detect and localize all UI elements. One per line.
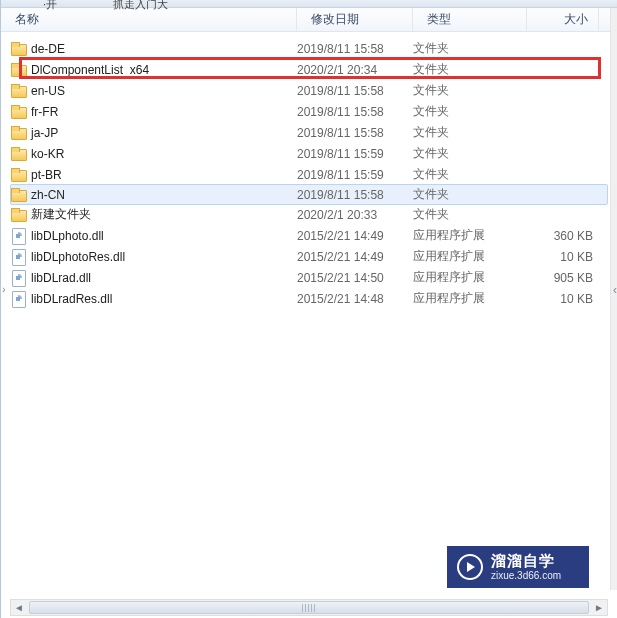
file-row[interactable]: libDLradRes.dll2015/2/21 14:48应用程序扩展10 K… bbox=[1, 288, 617, 309]
scrollbar-thumb[interactable] bbox=[29, 601, 589, 614]
file-name-label: pt-BR bbox=[31, 168, 62, 182]
file-name-label: ja-JP bbox=[31, 126, 58, 140]
watermark-subtitle: zixue.3d66.com bbox=[491, 570, 561, 582]
column-headers: 名称 修改日期 类型 大小 bbox=[1, 8, 617, 32]
cell-date: 2020/2/1 20:34 bbox=[297, 63, 413, 77]
cell-date: 2019/8/11 15:58 bbox=[297, 42, 413, 56]
cell-name: ko-KR bbox=[11, 147, 297, 161]
file-row[interactable]: libDLrad.dll2015/2/21 14:50应用程序扩展905 KB bbox=[1, 267, 617, 288]
folder-icon bbox=[11, 126, 27, 140]
file-name-label: DlComponentList_x64 bbox=[31, 63, 149, 77]
cell-size: 360 KB bbox=[527, 229, 593, 243]
right-edge bbox=[610, 8, 617, 590]
watermark-title: 溜溜自学 bbox=[491, 552, 561, 570]
file-row[interactable]: DlComponentList_x642020/2/1 20:34文件夹 bbox=[1, 59, 617, 80]
cell-date: 2015/2/21 14:49 bbox=[297, 250, 413, 264]
cell-type: 文件夹 bbox=[413, 103, 527, 120]
scroll-right-arrow-icon[interactable]: ► bbox=[591, 600, 607, 615]
cell-date: 2019/8/11 15:58 bbox=[297, 105, 413, 119]
file-name-label: en-US bbox=[31, 84, 65, 98]
file-row[interactable]: de-DE2019/8/11 15:58文件夹 bbox=[1, 38, 617, 59]
cell-type: 文件夹 bbox=[413, 145, 527, 162]
cell-name: libDLphoto.dll bbox=[11, 228, 297, 244]
play-circle-icon bbox=[457, 554, 483, 580]
file-row[interactable]: pt-BR2019/8/11 15:59文件夹 bbox=[1, 164, 617, 185]
watermark-badge: 溜溜自学 zixue.3d66.com bbox=[447, 546, 589, 588]
file-name-label: libDLphotoRes.dll bbox=[31, 250, 125, 264]
cell-date: 2015/2/21 14:50 bbox=[297, 271, 413, 285]
cell-name: DlComponentList_x64 bbox=[11, 63, 297, 77]
dll-file-icon bbox=[11, 228, 27, 244]
file-name-label: de-DE bbox=[31, 42, 65, 56]
cell-name: fr-FR bbox=[11, 105, 297, 119]
dll-file-icon bbox=[11, 249, 27, 265]
cell-date: 2019/8/11 15:58 bbox=[297, 84, 413, 98]
cell-name: libDLradRes.dll bbox=[11, 291, 297, 307]
cell-type: 文件夹 bbox=[413, 61, 527, 78]
cell-date: 2019/8/11 15:58 bbox=[297, 126, 413, 140]
preview-pane-toggle[interactable]: ‹ bbox=[613, 283, 617, 297]
column-header-size[interactable]: 大小 bbox=[527, 8, 599, 31]
cell-name: de-DE bbox=[11, 42, 297, 56]
cell-type: 应用程序扩展 bbox=[413, 290, 527, 307]
cell-name: zh-CN bbox=[11, 188, 297, 202]
horizontal-scrollbar[interactable]: ◄ ► bbox=[10, 599, 608, 616]
file-name-label: fr-FR bbox=[31, 105, 58, 119]
cell-type: 文件夹 bbox=[413, 206, 527, 223]
file-name-label: libDLphoto.dll bbox=[31, 229, 104, 243]
file-row[interactable]: fr-FR2019/8/11 15:58文件夹 bbox=[1, 101, 617, 122]
folder-icon bbox=[11, 105, 27, 119]
folder-icon bbox=[11, 208, 27, 222]
cell-type: 应用程序扩展 bbox=[413, 269, 527, 286]
cell-type: 文件夹 bbox=[413, 82, 527, 99]
file-row[interactable]: ko-KR2019/8/11 15:59文件夹 bbox=[1, 143, 617, 164]
cell-date: 2015/2/21 14:49 bbox=[297, 229, 413, 243]
cell-type: 文件夹 bbox=[413, 166, 527, 183]
toolbar-text-left: ·开 bbox=[43, 0, 57, 12]
explorer-window: ·开 抓走入门大 名称 修改日期 类型 大小 de-DE2019/8/11 15… bbox=[0, 0, 617, 618]
cell-type: 文件夹 bbox=[413, 124, 527, 141]
cell-type: 文件夹 bbox=[413, 186, 527, 203]
column-header-date[interactable]: 修改日期 bbox=[297, 8, 413, 31]
file-name-label: libDLrad.dll bbox=[31, 271, 91, 285]
file-row[interactable]: zh-CN2019/8/11 15:58文件夹 bbox=[10, 184, 608, 205]
cell-type: 文件夹 bbox=[413, 40, 527, 57]
folder-icon bbox=[11, 168, 27, 182]
cell-size: 10 KB bbox=[527, 250, 593, 264]
cell-size: 10 KB bbox=[527, 292, 593, 306]
file-row[interactable]: libDLphoto.dll2015/2/21 14:49应用程序扩展360 K… bbox=[1, 225, 617, 246]
file-name-label: zh-CN bbox=[31, 188, 65, 202]
cell-date: 2015/2/21 14:48 bbox=[297, 292, 413, 306]
cell-name: 新建文件夹 bbox=[11, 206, 297, 223]
toolbar-fragment: ·开 抓走入门大 bbox=[1, 0, 617, 8]
cell-date: 2019/8/11 15:59 bbox=[297, 147, 413, 161]
dll-file-icon bbox=[11, 270, 27, 286]
cell-name: en-US bbox=[11, 84, 297, 98]
file-name-label: ko-KR bbox=[31, 147, 64, 161]
cell-date: 2019/8/11 15:59 bbox=[297, 168, 413, 182]
folder-icon bbox=[11, 42, 27, 56]
dll-file-icon bbox=[11, 291, 27, 307]
cell-date: 2019/8/11 15:58 bbox=[297, 188, 413, 202]
scroll-left-arrow-icon[interactable]: ◄ bbox=[11, 600, 27, 615]
cell-name: libDLrad.dll bbox=[11, 270, 297, 286]
cell-name: ja-JP bbox=[11, 126, 297, 140]
file-row[interactable]: 新建文件夹2020/2/1 20:33文件夹 bbox=[1, 204, 617, 225]
cell-type: 应用程序扩展 bbox=[413, 227, 527, 244]
left-pane-toggle[interactable]: › bbox=[2, 283, 8, 293]
toolbar-text-right: 抓走入门大 bbox=[113, 0, 168, 12]
cell-name: libDLphotoRes.dll bbox=[11, 249, 297, 265]
folder-icon bbox=[11, 188, 27, 202]
cell-date: 2020/2/1 20:33 bbox=[297, 208, 413, 222]
file-row[interactable]: ja-JP2019/8/11 15:58文件夹 bbox=[1, 122, 617, 143]
column-header-type[interactable]: 类型 bbox=[413, 8, 527, 31]
folder-icon bbox=[11, 84, 27, 98]
watermark-text: 溜溜自学 zixue.3d66.com bbox=[491, 552, 561, 582]
folder-icon bbox=[11, 147, 27, 161]
file-row[interactable]: libDLphotoRes.dll2015/2/21 14:49应用程序扩展10… bbox=[1, 246, 617, 267]
folder-icon bbox=[11, 63, 27, 77]
cell-size: 905 KB bbox=[527, 271, 593, 285]
file-name-label: libDLradRes.dll bbox=[31, 292, 112, 306]
file-name-label: 新建文件夹 bbox=[31, 206, 91, 223]
file-row[interactable]: en-US2019/8/11 15:58文件夹 bbox=[1, 80, 617, 101]
